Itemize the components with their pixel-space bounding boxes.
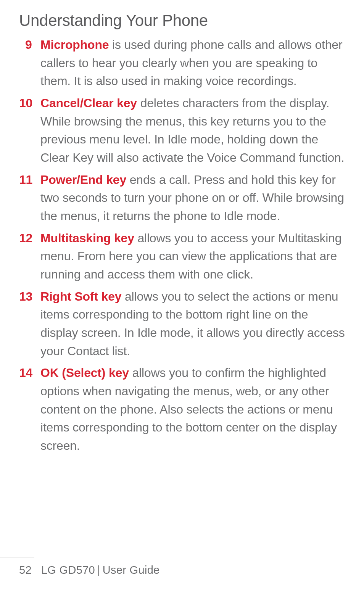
item-term: Multitasking key [40,231,134,245]
item-number: 10 [19,94,32,113]
footer-rule [0,557,34,557]
item-number: 14 [19,364,32,382]
item-term: Power/End key [40,173,126,187]
list-item: 13 Right Soft key allows you to select t… [19,288,349,361]
item-number: 13 [19,288,32,306]
item-term: Microphone [40,38,109,52]
product-name: LG GD570 [41,564,95,576]
item-number: 9 [25,36,32,54]
list-item: 10 Cancel/Clear key deletes characters f… [19,94,349,167]
list-item: 9 Microphone is used during phone calls … [19,36,349,90]
list-item: 14 OK (Select) key allows you to confirm… [19,364,349,455]
page-number: 52 [19,564,32,576]
item-number: 12 [19,229,32,248]
list-item: 12 Multitasking key allows you to access… [19,229,349,284]
item-number: 11 [19,171,32,189]
item-term: OK (Select) key [40,366,129,380]
page-title: Understanding Your Phone [19,11,349,30]
item-term: Right Soft key [40,290,121,303]
doc-type: User Guide [103,564,160,576]
item-term: Cancel/Clear key [40,96,137,110]
footer-divider: | [97,564,100,576]
list-item: 11 Power/End key ends a call. Press and … [19,171,349,225]
definition-list: 9 Microphone is used during phone calls … [19,36,349,455]
page-footer: 52 LG GD570|User Guide [19,564,159,576]
